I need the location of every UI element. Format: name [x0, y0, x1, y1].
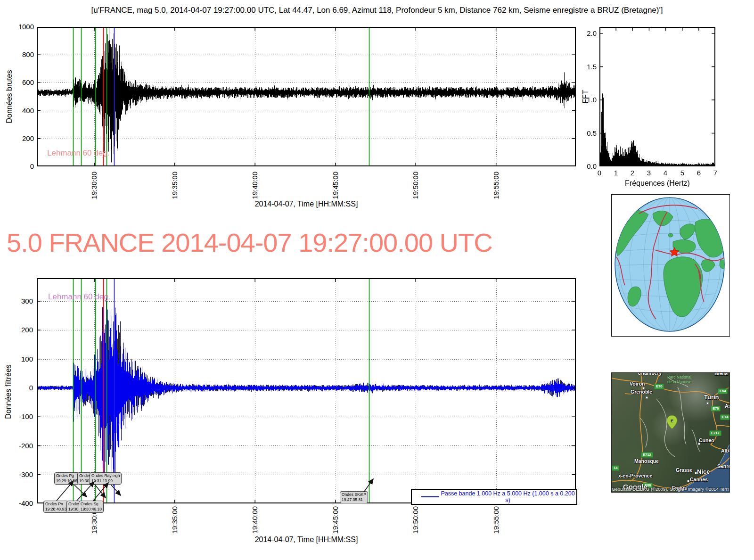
map-city-label: Nice: [697, 468, 710, 475]
park-label: Parc Nationalde la Vanoise: [667, 375, 691, 385]
phase-label-rayleigh: Ondes Rayleigh 19:31:13.99: [90, 472, 122, 485]
filtered-ytick: 100: [8, 355, 33, 363]
fft-xtick: 7: [711, 169, 720, 177]
map-city-dot: [720, 465, 722, 468]
fft-ytick: 2.0: [575, 29, 597, 37]
fft-xtick: 3: [644, 169, 654, 177]
fft-xtick: 4: [661, 169, 670, 177]
filtered-xtick: 19:35:00: [171, 506, 179, 544]
filtered-station-annotation: Lehmann 60 deg.: [48, 292, 110, 302]
map-city-label: Alben: [721, 448, 730, 453]
map-city-label: Grenoble: [631, 389, 652, 395]
map-city-dot: [706, 402, 709, 404]
road-badge: E74: [720, 414, 730, 420]
phase-label-pn: Ondes Pn 19:28:40.93: [43, 501, 68, 513]
raw-ytick: 200: [12, 134, 34, 142]
road-badge: 14: [612, 465, 619, 471]
fft-ytick: 0.5: [575, 129, 597, 137]
raw-xtick: 19:55:00: [492, 172, 500, 209]
filtered-ytick: 300: [8, 297, 33, 305]
filtered-xtick: 19:55:00: [492, 506, 500, 544]
map-city-label: Grasse: [676, 467, 693, 473]
fft-xtick: 5: [678, 169, 687, 177]
seismogram-figure: [u'FRANCE, mag 5.0, 2014-04-07 19:27:00.…: [0, 0, 754, 560]
map-city-dot: [687, 480, 689, 482]
world-map-panel: [611, 194, 730, 337]
map-city-label: Sanremo: [717, 463, 730, 469]
road-badge: E70: [654, 384, 664, 389]
fft-ytick: 1.0: [575, 96, 597, 104]
raw-station-annotation: Lehmann 60 deg.: [47, 148, 109, 158]
map-city-label: Turin: [704, 394, 719, 401]
epicenter-pin[interactable]: E: [667, 415, 677, 429]
map-city-dot: [698, 443, 700, 445]
fft-xlabel: Fréquences (Hertz): [610, 179, 705, 188]
map-city-label: Manosque: [634, 458, 659, 464]
raw-seismogram-plot: [37, 27, 576, 166]
map-city-dot: [695, 472, 697, 474]
map-city-dot: [642, 387, 645, 389]
fft-xtick: 2: [628, 169, 637, 177]
raw-xtick: 19:30:00: [90, 172, 98, 209]
fft-ytick: 1.5: [575, 63, 597, 71]
local-map[interactable]: E Parc Nationalde la Vanoise Google GeoB…: [611, 372, 730, 493]
world-globe: [612, 195, 728, 335]
raw-xtick: 19:35:00: [171, 172, 179, 209]
road-badge: E64: [718, 388, 728, 394]
raw-ytick: 800: [12, 50, 34, 58]
raw-ytick: 1000: [12, 23, 34, 31]
road-badge: E70: [711, 406, 721, 412]
phase-label-sg: Ondes Sg 19:30:46.10: [79, 501, 104, 513]
filtered-ytick: 0: [8, 384, 33, 392]
map-city-label: Chambery: [638, 372, 662, 376]
map-city-label: Voiron: [630, 381, 645, 387]
map-city-label: x-en-Provence: [618, 473, 652, 478]
raw-ylabel: Données brutes: [5, 64, 14, 130]
filtered-ytick: -100: [8, 412, 33, 420]
map-city-label: Cannes: [690, 477, 708, 482]
road-badge: E712: [641, 452, 653, 458]
map-attribution: GeoBasis-DE/BKG (©2009), Google - Imager…: [612, 486, 729, 492]
filtered-ytick: -200: [8, 442, 33, 450]
raw-xlabel: 2014-04-07, Time [HH:MM:SS]: [212, 200, 401, 208]
svg-text:E: E: [671, 419, 673, 423]
filtered-xtick: 19:50:00: [412, 506, 419, 544]
phase-label-skikp: Ondes SKiKP 19:47:05.81: [340, 491, 368, 503]
phase-label-pg: Ondes Pg 19:29:10.96: [54, 472, 79, 485]
filtered-xlabel: 2014-04-07, Time [HH:MM:SS]: [212, 535, 401, 544]
fft-xtick: 6: [694, 169, 704, 177]
filtered-ytick: -400: [8, 499, 33, 507]
figure-title: [u'FRANCE, mag 5.0, 2014-04-07 19:27:00.…: [0, 6, 754, 15]
map-city-dot: [646, 396, 648, 399]
filtered-ytick: 200: [8, 326, 33, 334]
raw-ytick: 0: [12, 162, 34, 170]
fft-xtick: 1: [611, 169, 621, 177]
map-city-label: Cuneo: [699, 437, 714, 443]
legend-label: Passe bande 1.000 Hz a 5.000 Hz (1.000 s…: [439, 490, 576, 503]
road-badge: E717: [709, 430, 721, 436]
map-city-label: Biella: [714, 372, 728, 376]
event-banner: 5.0 FRANCE 2014-04-07 19:27:00.00 UTC: [7, 227, 492, 258]
map-city-label: Asti: [725, 403, 730, 409]
filtered-seismogram-plot: [37, 278, 576, 503]
fft-plot: [599, 27, 715, 166]
filtered-ytick: -300: [8, 470, 33, 478]
raw-ytick: 600: [12, 78, 34, 86]
legend-line-sample: [421, 496, 439, 497]
raw-xtick: 19:50:00: [412, 172, 419, 209]
filter-legend: Passe bande 1.000 Hz a 5.000 Hz (1.000 s…: [411, 489, 577, 505]
raw-ytick: 400: [12, 107, 34, 115]
fft-xtick: 0: [595, 169, 604, 177]
fft-ytick: 0.0: [575, 162, 597, 170]
